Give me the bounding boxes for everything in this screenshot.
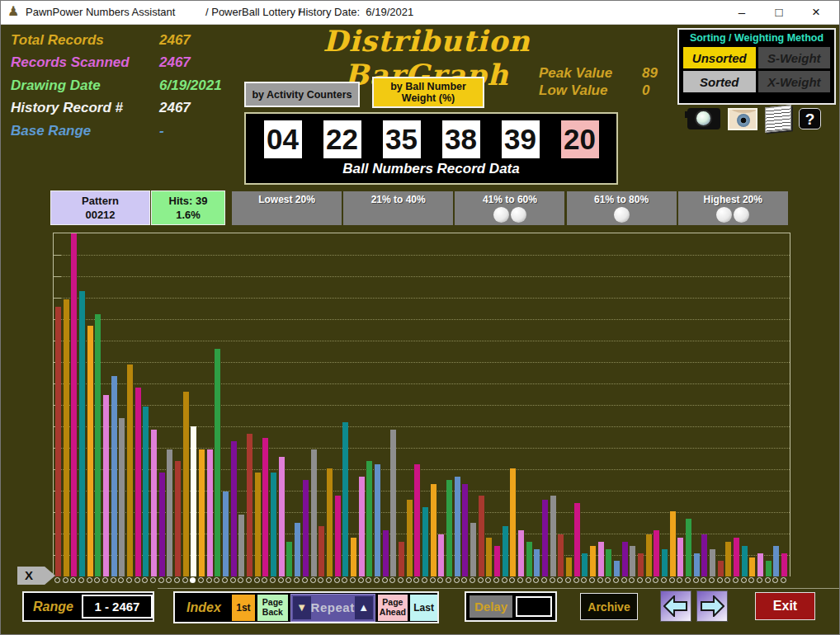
index-dot-14[interactable] — [158, 577, 164, 583]
index-dot-44[interactable] — [398, 577, 403, 583]
bar-6[interactable] — [95, 314, 101, 576]
index-dot-86[interactable] — [733, 577, 739, 583]
bar-63[interactable] — [550, 496, 556, 576]
index-dot-77[interactable] — [661, 577, 667, 583]
bar-30[interactable] — [286, 542, 292, 576]
bar-51[interactable] — [455, 477, 460, 577]
hits-box[interactable]: Hits: 39 1.6% — [151, 190, 225, 225]
bar-23[interactable] — [231, 441, 237, 576]
bar-60[interactable] — [526, 542, 532, 576]
index-dot-68[interactable] — [589, 577, 595, 583]
bar-40[interactable] — [366, 461, 372, 576]
index-dot-80[interactable] — [685, 577, 691, 583]
by-activity-counters-button[interactable]: by Activity Counters — [244, 82, 360, 107]
bar-11[interactable] — [135, 388, 141, 576]
bar-47[interactable] — [422, 507, 428, 576]
pattern-box[interactable]: Pattern 00212 — [50, 190, 150, 225]
bar-91[interactable] — [773, 546, 779, 576]
bar-10[interactable] — [127, 365, 133, 576]
bar-92[interactable] — [781, 553, 787, 576]
index-dot-47[interactable] — [422, 577, 427, 583]
delay-input[interactable] — [516, 596, 552, 617]
index-dot-52[interactable] — [461, 577, 467, 583]
index-dot-66[interactable] — [573, 577, 579, 583]
bar-74[interactable] — [638, 553, 644, 576]
minimize-button[interactable]: – — [724, 1, 760, 23]
bar-37[interactable] — [342, 422, 348, 576]
index-dot-38[interactable] — [350, 577, 356, 583]
bar-81[interactable] — [694, 553, 700, 576]
index-dot-27[interactable] — [262, 577, 267, 583]
index-dot-16[interactable] — [174, 577, 180, 583]
index-dot-42[interactable] — [382, 577, 388, 583]
index-dot-19[interactable] — [198, 577, 204, 583]
bar-25[interactable] — [247, 434, 252, 576]
archive-button[interactable]: Archive — [580, 593, 638, 620]
bar-87[interactable] — [742, 546, 748, 576]
index-dot-9[interactable] — [118, 577, 124, 583]
index-dot-92[interactable] — [781, 577, 786, 583]
camera-icon[interactable] — [687, 108, 720, 129]
bar-57[interactable] — [503, 526, 508, 576]
index-dot-37[interactable] — [342, 577, 347, 583]
index-dot-49[interactable] — [437, 577, 443, 583]
index-dot-32[interactable] — [302, 577, 308, 583]
index-dot-46[interactable] — [413, 577, 419, 583]
bar-52[interactable] — [462, 484, 468, 576]
index-dot-35[interactable] — [326, 577, 332, 583]
bar-27[interactable] — [262, 438, 268, 576]
index-dot-73[interactable] — [629, 577, 635, 583]
bar-15[interactable] — [167, 449, 172, 576]
bar-35[interactable] — [327, 468, 333, 576]
sort-button-x-weight[interactable]: X-Weight — [758, 71, 831, 92]
index-dot-41[interactable] — [374, 577, 380, 583]
bar-12[interactable] — [143, 407, 149, 576]
sort-button-unsorted[interactable]: Unsorted — [683, 47, 756, 68]
index-dot-33[interactable] — [310, 577, 316, 583]
bar-66[interactable] — [574, 503, 580, 576]
bar-14[interactable] — [159, 473, 165, 576]
bar-38[interactable] — [351, 538, 356, 576]
index-dot-60[interactable] — [526, 577, 531, 583]
bar-3[interactable] — [71, 233, 77, 576]
index-dot-5[interactable] — [87, 577, 92, 583]
bar-21[interactable] — [215, 349, 220, 576]
bar-31[interactable] — [295, 523, 300, 576]
index-dot-23[interactable] — [230, 577, 236, 583]
bar-73[interactable] — [630, 546, 635, 576]
index-dot-26[interactable] — [254, 577, 260, 583]
index-dot-87[interactable] — [741, 577, 747, 583]
index-dot-7[interactable] — [102, 577, 108, 583]
index-dot-56[interactable] — [493, 577, 499, 583]
index-dot-31[interactable] — [294, 577, 300, 583]
bar-49[interactable] — [438, 534, 444, 576]
index-dot-76[interactable] — [653, 577, 658, 583]
index-dot-12[interactable] — [142, 577, 148, 583]
index-dot-28[interactable] — [270, 577, 276, 583]
index-dot-6[interactable] — [94, 577, 100, 583]
index-dot-8[interactable] — [111, 577, 116, 583]
bar-50[interactable] — [446, 480, 452, 576]
index-dot-82[interactable] — [701, 577, 706, 583]
bar-80[interactable] — [686, 519, 691, 576]
index-dot-40[interactable] — [366, 577, 371, 583]
index-dot-59[interactable] — [517, 577, 523, 583]
bar-32[interactable] — [303, 480, 309, 576]
bar-86[interactable] — [734, 538, 739, 576]
range-box-2[interactable]: 41% to 60% — [455, 191, 564, 225]
index-dot-67[interactable] — [581, 577, 587, 583]
index-dot-65[interactable] — [565, 577, 571, 583]
index-dot-51[interactable] — [454, 577, 460, 583]
bar-83[interactable] — [710, 549, 715, 576]
bar-84[interactable] — [718, 561, 724, 576]
bar-55[interactable] — [486, 538, 492, 576]
bar-8[interactable] — [111, 376, 117, 576]
index-dot-11[interactable] — [134, 577, 140, 583]
index-dot-74[interactable] — [637, 577, 643, 583]
bar-85[interactable] — [725, 542, 731, 576]
bar-72[interactable] — [622, 542, 628, 576]
bar-70[interactable] — [606, 549, 611, 576]
index-dot-91[interactable] — [772, 577, 778, 583]
index-dot-64[interactable] — [557, 577, 563, 583]
index-dot-55[interactable] — [485, 577, 491, 583]
